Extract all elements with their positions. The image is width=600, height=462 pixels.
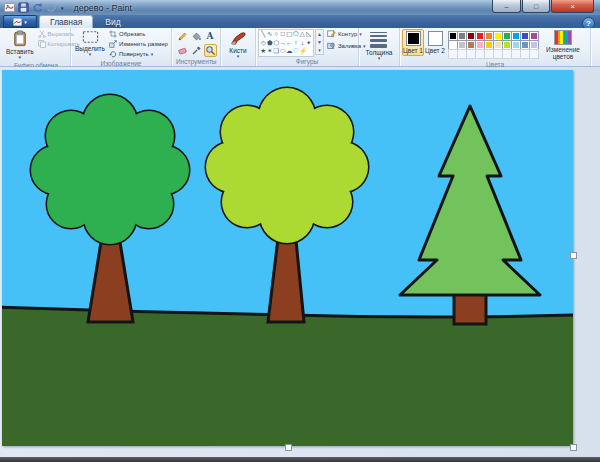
size-caret-icon: ▾ [378, 56, 381, 61]
color2-button[interactable]: Цвет 2 [424, 29, 446, 56]
rotate-icon [109, 50, 117, 59]
tree1-crown [31, 95, 189, 244]
shapes-scroll-up-icon[interactable]: ▲ [316, 30, 323, 38]
eraser-icon [177, 45, 188, 56]
app-menu-button[interactable]: ▾ [3, 15, 37, 28]
edit-colors-icon [554, 30, 572, 45]
line-thickness-icon [370, 32, 387, 48]
magnifier-tool[interactable] [204, 44, 217, 57]
eraser-tool[interactable] [176, 44, 189, 57]
color-picker-tool[interactable] [190, 44, 203, 57]
tree2-crown [206, 88, 368, 243]
select-button[interactable]: Выделить ▾ [73, 29, 107, 58]
eyedropper-icon [191, 45, 202, 56]
group-tools: A Инструменты [172, 28, 221, 66]
fill-bucket-icon [191, 31, 202, 42]
rotate-button[interactable]: Повернуть ▾ [109, 49, 168, 59]
canvas-resize-handle-right[interactable] [570, 252, 577, 259]
maximize-button[interactable]: □ [522, 0, 550, 13]
paste-button[interactable]: Вставить ▾ [4, 29, 36, 61]
group-size: Толщина ▾ [359, 28, 400, 66]
select-icon [82, 30, 99, 45]
outline-label: Контур [338, 31, 357, 37]
palette-swatch-empty[interactable] [529, 49, 539, 59]
status-bar-edge [0, 457, 600, 462]
shape-item [306, 47, 313, 56]
paint-canvas[interactable] [2, 70, 573, 446]
workspace [0, 67, 600, 457]
resize-label: Изменить размер [119, 41, 168, 47]
scissors-icon [38, 30, 46, 39]
outline-icon [327, 29, 336, 39]
group-brushes: Кисти ▾ [221, 28, 256, 66]
rotate-label: Повернуть [119, 51, 149, 57]
text-icon: A [207, 32, 214, 41]
resize-button[interactable]: Изменить размер [109, 39, 168, 49]
color-palette [448, 31, 538, 58]
tab-home[interactable]: Главная [39, 15, 93, 28]
ground [2, 307, 573, 446]
paint-app-icon[interactable] [4, 2, 15, 13]
canvas-resize-handle-corner[interactable] [570, 444, 577, 451]
shapes-grid: ╲∿○□▢⬠△◺◇⬟⬡→←↑↓✦★✶❏⬭☁♡⚡ [258, 29, 314, 57]
color2-label: Цвет 2 [425, 47, 445, 54]
app-menu-caret-icon: ▾ [24, 19, 27, 25]
select-caret-icon: ▾ [89, 52, 92, 57]
group-image: Выделить ▾ Обрезать Изменить размер Пове… [71, 28, 172, 66]
brushes-caret-icon: ▾ [237, 54, 240, 59]
undo-icon[interactable] [32, 2, 43, 13]
brush-icon [229, 30, 247, 47]
pencil-icon [177, 31, 188, 42]
crop-button[interactable]: Обрезать [109, 29, 168, 39]
color1-button[interactable]: Цвет 1 [402, 29, 424, 56]
size-button[interactable]: Толщина ▾ [364, 29, 395, 62]
shapes-group-label: Фигуры [258, 57, 356, 66]
fill-tool[interactable] [190, 30, 203, 43]
canvas-resize-handle-bottom[interactable] [285, 444, 292, 451]
group-clipboard: Вставить ▾ Вырезать Копировать Буфер обм… [2, 28, 71, 66]
ribbon: Вставить ▾ Вырезать Копировать Буфер обм… [0, 28, 600, 67]
minimize-button[interactable]: – [492, 0, 521, 13]
paste-caret-icon: ▾ [19, 55, 22, 60]
shapes-more-icon[interactable]: ▾ [316, 46, 323, 54]
qat-dropdown-icon[interactable]: ▾ [61, 5, 64, 11]
brushes-button[interactable]: Кисти ▾ [227, 29, 249, 60]
crop-icon [109, 30, 117, 39]
text-tool[interactable]: A [204, 30, 217, 43]
save-icon[interactable] [18, 2, 29, 13]
shape-fill-label: Заливка [338, 43, 361, 49]
shapes-scroll: ▲ ▼ ▾ [315, 29, 324, 55]
group-colors: Цвет 1 Цвет 2 Изменение цветов Цвета [400, 28, 591, 66]
shape-item[interactable]: ✦ [306, 39, 313, 48]
quick-access-toolbar: ▾ [4, 2, 64, 13]
tab-view[interactable]: Вид [95, 16, 130, 28]
shape-item[interactable]: ◺ [306, 30, 313, 39]
edit-colors-label: Изменение цветов [540, 46, 586, 60]
pencil-tool[interactable] [176, 30, 189, 43]
ribbon-tab-row: ▾ Главная Вид [0, 15, 600, 28]
rotate-caret-icon: ▾ [151, 51, 154, 57]
fir-trunk [454, 293, 486, 324]
color2-swatch [428, 31, 443, 46]
app-menu-icon [13, 18, 22, 26]
edit-colors-button[interactable]: Изменение цветов [540, 29, 586, 60]
group-shapes: ╲∿○□▢⬠△◺◇⬟⬡→←↑↓✦★✶❏⬭☁♡⚡ ▲ ▼ ▾ Контур ▾ З… [256, 28, 359, 66]
clipboard-icon [12, 30, 28, 48]
window-title: дерево - Paint [74, 3, 132, 13]
redo-icon[interactable] [46, 2, 57, 13]
drawing-three-trees[interactable] [2, 70, 573, 446]
color1-label: Цвет 1 [403, 47, 423, 54]
resize-icon [109, 40, 117, 49]
paint-window: ▾ дерево - Paint – □ × ▾ Главная Вид ? В… [0, 0, 600, 462]
close-button[interactable]: × [551, 0, 594, 13]
color1-swatch [406, 31, 421, 46]
shape-fill-icon [327, 41, 336, 51]
crop-label: Обрезать [119, 31, 145, 37]
magnifier-icon [205, 45, 216, 56]
copy-icon [38, 40, 46, 49]
tools-group-label: Инструменты [174, 57, 218, 66]
window-controls: – □ × [491, 0, 594, 13]
shapes-scroll-down-icon[interactable]: ▼ [316, 38, 323, 46]
